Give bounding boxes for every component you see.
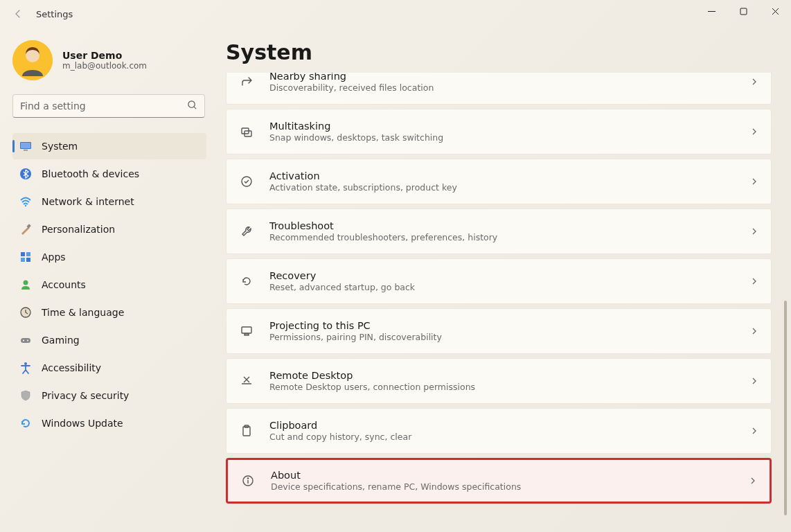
- nav-accessibility[interactable]: Accessibility: [12, 355, 206, 381]
- item-nearby-sharing[interactable]: Nearby sharing Discoverability, received…: [226, 73, 772, 105]
- bluetooth-icon: [19, 168, 32, 180]
- svg-point-26: [242, 177, 251, 186]
- item-sub: Discoverability, received files location: [269, 82, 750, 93]
- shield-icon: [19, 389, 32, 402]
- clock-globe-icon: [19, 306, 32, 319]
- nav-label: Privacy & security: [42, 390, 129, 401]
- item-sub: Recommended troubleshooters, preferences…: [269, 232, 750, 242]
- item-clipboard[interactable]: Clipboard Cut and copy history, sync, cl…: [226, 408, 772, 454]
- update-icon: [19, 417, 32, 429]
- chevron-right-icon: [750, 76, 758, 89]
- chevron-right-icon: [750, 325, 758, 338]
- minimize-button[interactable]: [695, 0, 727, 22]
- nav-label: Accessibility: [42, 362, 101, 373]
- apps-icon: [19, 251, 32, 263]
- nav-time-language[interactable]: Time & language: [12, 299, 206, 326]
- item-sub: Cut and copy history, sync, clear: [269, 432, 750, 442]
- network-icon: [19, 195, 32, 208]
- svg-point-21: [23, 340, 24, 342]
- check-circle-icon: [239, 174, 254, 189]
- nav-privacy[interactable]: Privacy & security: [12, 382, 206, 409]
- nav-personalization[interactable]: Personalization: [12, 216, 206, 242]
- nav-gaming[interactable]: Gaming: [12, 327, 206, 353]
- chevron-right-icon: [750, 375, 758, 388]
- nav-label: Accounts: [42, 279, 86, 290]
- item-projecting[interactable]: Projecting to this PC Permissions, pairi…: [226, 308, 772, 354]
- chevron-right-icon: [750, 125, 758, 139]
- svg-rect-16: [21, 258, 25, 262]
- user-block[interactable]: User Demo m_lab@outlook.com: [12, 35, 215, 94]
- item-sub: Permissions, pairing PIN, discoverabilit…: [269, 332, 750, 342]
- nav: System Bluetooth & devices Network & int…: [12, 133, 215, 436]
- sidebar: User Demo m_lab@outlook.com System Bluet…: [0, 28, 215, 532]
- close-button[interactable]: [759, 0, 791, 22]
- chevron-right-icon: [750, 225, 758, 238]
- svg-rect-27: [242, 327, 251, 333]
- chevron-right-icon: [750, 175, 758, 188]
- item-title: Nearby sharing: [269, 73, 750, 82]
- chevron-right-icon: [750, 425, 758, 438]
- main-content: System Nearby sharing Discoverability, r…: [215, 28, 791, 532]
- item-sub: Remote Desktop users, connection permiss…: [269, 382, 750, 392]
- item-title: Troubleshoot: [269, 220, 750, 231]
- item-sub: Activation state, subscriptions, product…: [269, 182, 750, 193]
- item-activation[interactable]: Activation Activation state, subscriptio…: [226, 159, 772, 204]
- item-remote-desktop[interactable]: Remote Desktop Remote Desktop users, con…: [226, 358, 772, 404]
- nav-label: System: [42, 141, 78, 152]
- nav-accounts[interactable]: Accounts: [12, 272, 206, 298]
- svg-point-33: [247, 478, 248, 479]
- svg-point-12: [25, 205, 26, 206]
- remote-desktop-icon: [239, 373, 254, 389]
- nav-apps[interactable]: Apps: [12, 244, 206, 270]
- svg-rect-1: [740, 8, 747, 15]
- item-sub: Reset, advanced startup, go back: [269, 282, 750, 292]
- share-icon: [239, 74, 254, 89]
- brush-icon: [19, 223, 32, 236]
- nav-label: Network & internet: [42, 196, 134, 207]
- nav-system[interactable]: System: [12, 133, 206, 159]
- item-title: Recovery: [269, 270, 750, 281]
- svg-line-7: [194, 107, 196, 109]
- svg-rect-20: [21, 338, 30, 343]
- item-title: Remote Desktop: [269, 370, 750, 381]
- items-list: Nearby sharing Discoverability, received…: [226, 73, 776, 532]
- item-troubleshoot[interactable]: Troubleshoot Recommended troubleshooters…: [226, 209, 772, 254]
- scrollbar-thumb[interactable]: [784, 301, 787, 515]
- item-sub: Device specifications, rename PC, Window…: [271, 481, 749, 492]
- accessibility-icon: [19, 362, 32, 374]
- svg-point-23: [24, 362, 27, 365]
- titlebar: Settings: [0, 0, 791, 28]
- item-title: Projecting to this PC: [269, 320, 750, 331]
- system-icon: [19, 140, 32, 152]
- item-multitasking[interactable]: Multitasking Snap windows, desktops, tas…: [226, 109, 772, 154]
- svg-rect-28: [245, 334, 249, 335]
- projecting-icon: [239, 323, 254, 339]
- page-title: System: [226, 40, 776, 64]
- svg-rect-14: [21, 252, 25, 256]
- svg-point-6: [188, 100, 195, 107]
- item-about[interactable]: About Device specifications, rename PC, …: [226, 458, 772, 504]
- nav-network[interactable]: Network & internet: [12, 188, 206, 215]
- wrench-icon: [239, 224, 254, 239]
- maximize-button[interactable]: [727, 0, 759, 22]
- search-box[interactable]: [12, 94, 205, 118]
- multitasking-icon: [239, 124, 254, 139]
- item-title: Clipboard: [269, 420, 750, 431]
- user-email: m_lab@outlook.com: [62, 61, 147, 71]
- item-recovery[interactable]: Recovery Reset, advanced startup, go bac…: [226, 258, 772, 304]
- svg-rect-29: [243, 427, 250, 436]
- nav-label: Windows Update: [42, 418, 123, 429]
- nav-label: Personalization: [42, 224, 115, 235]
- nav-bluetooth[interactable]: Bluetooth & devices: [12, 161, 206, 187]
- nav-windows-update[interactable]: Windows Update: [12, 410, 206, 436]
- scrollbar[interactable]: [784, 72, 787, 518]
- search-icon: [187, 100, 197, 113]
- svg-rect-9: [21, 143, 30, 148]
- chevron-right-icon: [750, 275, 758, 288]
- back-button[interactable]: [6, 1, 30, 26]
- search-input[interactable]: [20, 100, 187, 112]
- item-title: About: [271, 470, 749, 481]
- gaming-icon: [19, 334, 32, 346]
- chevron-right-icon: [749, 475, 757, 488]
- clipboard-icon: [239, 423, 254, 438]
